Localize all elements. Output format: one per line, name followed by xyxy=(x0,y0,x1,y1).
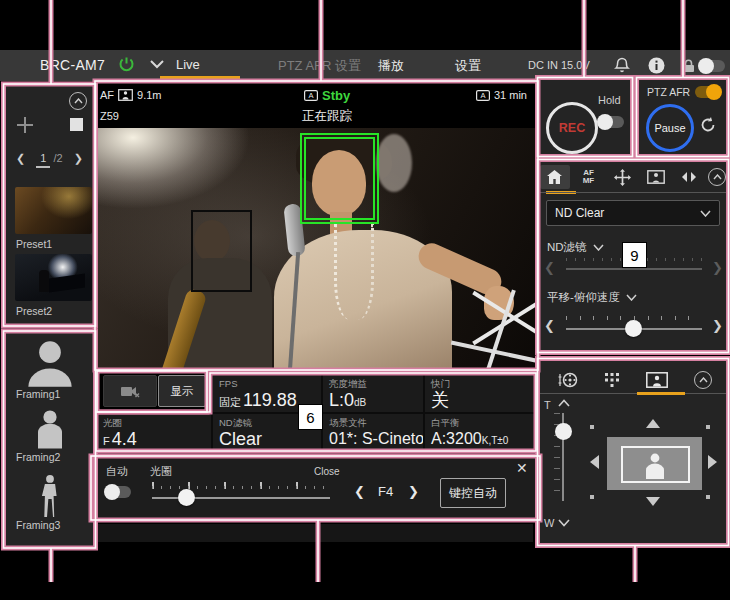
f-number: F4 xyxy=(378,484,393,499)
pianist-figure xyxy=(39,270,49,292)
adjust-collapse-icon[interactable] xyxy=(708,168,726,186)
tracking-frame-selected[interactable] xyxy=(300,133,379,224)
preset1-label: Preset1 xyxy=(16,238,52,250)
preset2-label: Preset2 xyxy=(16,305,52,317)
hold-label: Hold xyxy=(598,94,621,106)
iris-value: 4.4 xyxy=(112,429,137,449)
restart-icon[interactable] xyxy=(699,116,717,134)
focus-distance: 9.1m xyxy=(137,89,161,101)
iris-label: 光圈 xyxy=(103,417,205,428)
pager-prev-icon[interactable]: ❮ xyxy=(16,152,25,164)
white-balance-suffix: K,T±0 xyxy=(482,435,509,446)
power-menu-chevron-icon[interactable] xyxy=(150,60,164,69)
subject-frame-unselected[interactable] xyxy=(191,210,252,292)
white-balance-value: A:3200 xyxy=(431,430,482,447)
live-video[interactable] xyxy=(98,128,535,369)
rec-panel: REC Hold xyxy=(538,78,632,156)
chevron-down-icon[interactable] xyxy=(593,244,604,251)
zoom-slider-knob[interactable] xyxy=(555,423,572,440)
svg-text:A: A xyxy=(480,91,485,100)
tab-live[interactable]: Live xyxy=(176,57,200,72)
pad-down-icon[interactable] xyxy=(646,497,660,506)
zoom-wide-icon[interactable] xyxy=(558,519,570,527)
nd-slider-right-icon[interactable]: ❯ xyxy=(712,260,723,275)
tab-home-icon[interactable] xyxy=(540,165,570,189)
f-up-icon[interactable]: ❯ xyxy=(408,484,419,499)
tab-framing-control-icon[interactable] xyxy=(646,372,668,388)
speed-slider-knob[interactable] xyxy=(625,320,642,337)
camera-monitor: AF 9.1m A Stby A 31 min Z59 正在跟踪 xyxy=(96,82,537,369)
rec-button[interactable]: REC xyxy=(546,102,598,154)
iris-slider-knob[interactable] xyxy=(178,489,195,506)
iris-auto-toggle[interactable] xyxy=(105,486,131,498)
nd-filter-slider-label: ND滤镜 xyxy=(547,240,604,255)
tab-ptz-afr-settings[interactable]: PTZ AFR 设置 xyxy=(278,57,361,75)
nd-value: Clear xyxy=(219,428,315,450)
preset-pager: ❮ 1 /2 ❯ xyxy=(4,152,95,165)
zoom-tele-icon[interactable] xyxy=(558,399,570,407)
scene-file-label: 场景文件 xyxy=(329,417,417,428)
shutter-cell: 快门 关 xyxy=(424,374,537,413)
pager-next-icon[interactable]: ❯ xyxy=(74,152,83,164)
tab-trace-icon[interactable] xyxy=(674,165,704,189)
tab-settings[interactable]: 设置 xyxy=(455,57,481,75)
gain-cell: 亮度增益 L:0dB xyxy=(322,374,424,413)
chevron-down-icon[interactable] xyxy=(626,294,637,301)
tab-framing-icon[interactable] xyxy=(641,165,671,189)
framing1-icon[interactable] xyxy=(24,339,76,387)
preset2-thumbnail[interactable] xyxy=(15,254,92,301)
shutter-value: 关 xyxy=(431,389,530,411)
fps-prefix: 固定 xyxy=(219,396,241,408)
gain-suffix: dB xyxy=(354,397,366,408)
pad-corner-dot xyxy=(706,425,710,429)
power-icon[interactable] xyxy=(118,56,135,73)
pad-left-icon[interactable] xyxy=(590,455,599,469)
ptz-collapse-icon[interactable] xyxy=(694,371,712,389)
callout-6: 6 xyxy=(298,404,323,430)
stop-icon[interactable] xyxy=(70,118,83,131)
iris-cell: 光圈 F4.4 xyxy=(96,413,212,452)
monitor-status-row1: AF 9.1m A Stby A 31 min xyxy=(100,86,533,104)
close-panel-icon[interactable]: ✕ xyxy=(516,460,528,476)
pad-right-icon[interactable] xyxy=(708,455,717,469)
info-icon[interactable] xyxy=(648,57,665,74)
pad-up-icon[interactable] xyxy=(646,419,660,428)
framing2-label: Framing2 xyxy=(16,451,60,463)
pause-button[interactable]: Pause xyxy=(646,104,694,152)
tab-joystick-icon[interactable] xyxy=(558,372,578,388)
add-preset-icon[interactable] xyxy=(16,116,34,134)
preset1-thumbnail[interactable] xyxy=(15,187,92,234)
tab-pan-tilt-icon[interactable] xyxy=(607,165,637,189)
wide-label: W xyxy=(544,517,554,529)
speed-slider-left-icon[interactable]: ❮ xyxy=(544,318,555,333)
white-balance-cell: 白平衡 A:3200K,T±0 xyxy=(424,413,537,452)
lock-toggle[interactable] xyxy=(699,60,725,72)
lock-icon xyxy=(682,59,695,73)
framing3-icon[interactable] xyxy=(41,475,59,517)
rec-hold-toggle[interactable] xyxy=(598,116,624,128)
nd-slider-left-icon[interactable]: ❮ xyxy=(544,260,555,275)
tab-preset-grid-icon[interactable] xyxy=(604,372,620,388)
tele-label: T xyxy=(544,399,551,411)
video-off-button[interactable] xyxy=(103,375,157,407)
zoom-position: Z59 xyxy=(100,110,119,122)
nd-filter-select[interactable]: ND Clear xyxy=(546,200,720,226)
tab-af-mf[interactable]: AFMF xyxy=(573,165,603,189)
gain-label: 亮度增益 xyxy=(329,378,417,389)
preset-collapse-icon[interactable] xyxy=(69,92,87,110)
speed-slider-right-icon[interactable]: ❯ xyxy=(712,318,723,333)
ptz-afr-toggle[interactable] xyxy=(695,86,721,98)
shutter-label: 快门 xyxy=(431,378,530,389)
f-down-icon[interactable]: ❮ xyxy=(354,484,365,499)
framing1-label: Framing1 xyxy=(16,388,60,400)
piano-figure xyxy=(49,273,85,292)
push-auto-button[interactable]: 键控自动 xyxy=(440,478,506,508)
notifications-bell-icon[interactable] xyxy=(614,57,630,74)
framing-pad[interactable] xyxy=(607,437,702,490)
select-chevron-icon xyxy=(700,210,711,217)
adjust-tab-row: AFMF xyxy=(538,164,728,190)
display-button[interactable]: 显示 xyxy=(158,375,206,407)
nd-filter-select-value: ND Clear xyxy=(555,206,604,220)
framing2-icon[interactable] xyxy=(32,409,68,449)
tab-playback[interactable]: 播放 xyxy=(378,57,404,75)
